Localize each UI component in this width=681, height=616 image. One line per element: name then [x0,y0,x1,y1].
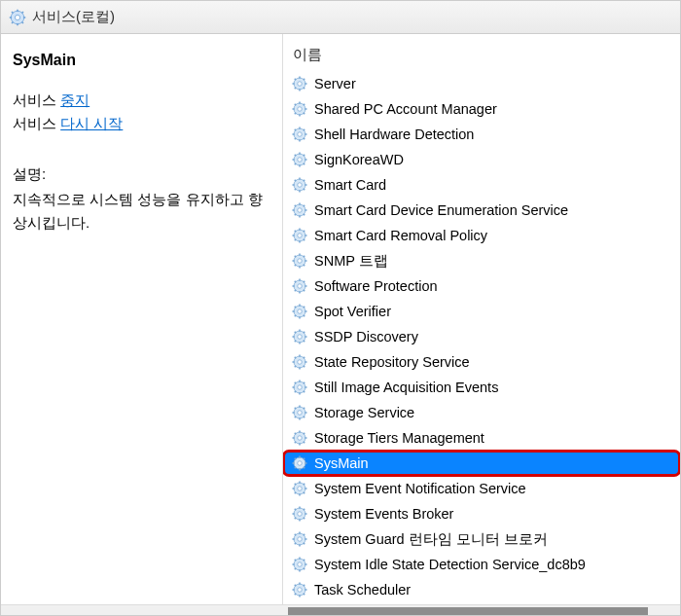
svg-line-69 [304,205,305,207]
svg-line-79 [304,231,305,233]
stop-line: 서비스 중지 [13,89,270,112]
svg-line-197 [304,543,305,545]
service-row[interactable]: Smart Card [283,172,680,198]
svg-line-76 [295,231,297,233]
svg-line-99 [304,281,305,283]
service-label: Storage Tiers Management [314,430,484,446]
svg-point-211 [298,588,303,593]
service-row[interactable]: Smart Card Device Enumeration Service [283,198,680,223]
service-row[interactable]: SSDP Discovery [283,324,680,349]
action-prefix: 서비스 [13,91,60,108]
svg-point-51 [298,183,303,188]
svg-line-147 [304,417,305,418]
svg-line-57 [304,189,305,191]
column-header-name[interactable]: 이름 [283,34,680,71]
svg-line-207 [304,568,305,570]
service-label: Shell Hardware Detection [314,127,474,142]
svg-line-46 [295,155,297,157]
service-row[interactable]: Smart Card Removal Policy [283,223,680,248]
svg-line-17 [304,88,305,90]
svg-line-36 [295,129,297,131]
svg-point-81 [298,259,303,264]
svg-line-59 [304,180,305,182]
svg-line-77 [304,239,305,241]
svg-point-61 [298,208,303,213]
svg-line-26 [295,104,297,106]
svg-line-107 [304,315,305,317]
list-pane: 이름 ServerShared PC Account ManagerShell … [283,34,680,604]
scrollbar-thumb[interactable] [288,607,648,616]
service-row[interactable]: Software Protection [283,273,680,299]
svg-line-86 [295,256,297,258]
svg-line-158 [295,442,297,444]
svg-line-38 [295,138,297,140]
service-row[interactable]: Task Scheduler [283,577,680,602]
horizontal-scrollbar[interactable] [1,604,680,616]
service-row[interactable]: Still Image Acquisition Events [283,375,680,400]
gear-icon [291,404,308,421]
gear-icon [291,353,308,371]
service-row[interactable]: Server [283,71,680,96]
service-label: Task Scheduler [314,582,411,598]
service-row[interactable]: Storage Service [283,400,680,425]
svg-line-29 [304,104,305,106]
svg-line-196 [295,534,297,536]
svg-line-219 [304,585,305,587]
gear-icon [291,303,308,320]
service-row[interactable]: SNMP 트랩 [283,248,680,273]
service-row[interactable]: SysMain [283,451,680,476]
service-label: State Repository Service [314,354,470,370]
service-row[interactable]: SignKoreaWD [283,147,680,172]
svg-line-189 [304,509,305,511]
service-row[interactable]: System Guard 런타임 모니터 브로커 [283,526,680,552]
svg-point-1 [15,15,19,19]
service-label: SNMP 트랩 [314,252,388,271]
gear-icon [291,201,308,219]
service-list[interactable]: ServerShared PC Account ManagerShell Har… [283,71,680,604]
service-row[interactable]: Spot Verifier [283,299,680,324]
svg-line-159 [304,433,305,435]
svg-point-101 [298,309,303,314]
gear-icon [291,75,308,92]
svg-line-136 [295,382,297,384]
gear-icon [291,176,308,194]
stop-link[interactable]: 중지 [60,91,90,108]
svg-line-7 [22,21,24,23]
svg-line-47 [304,163,305,165]
svg-point-181 [298,512,303,517]
svg-line-216 [295,585,297,587]
service-row[interactable]: Storage Tiers Management [283,425,680,451]
service-label: SignKoreaWD [314,152,404,167]
svg-line-217 [304,594,305,596]
service-row[interactable]: System Idle State Detection Service_dc8b… [283,552,680,577]
svg-line-97 [304,290,305,292]
gear-icon [291,227,308,244]
svg-point-151 [298,436,303,441]
svg-line-28 [295,113,297,115]
service-row[interactable]: System Event Notification Service [283,476,680,501]
gear-icon [291,379,308,396]
service-row[interactable]: Shell Hardware Detection [283,122,680,147]
svg-point-41 [298,158,303,163]
description-text: 지속적으로 시스템 성능을 유지하고 향상시킵니다. [13,188,270,235]
gear-icon [291,505,308,523]
description-label: 설명: [13,163,270,186]
svg-line-98 [295,290,297,292]
svg-line-66 [295,205,297,207]
service-label: System Event Notification Service [314,481,526,496]
service-row[interactable]: Shared PC Account Manager [283,96,680,122]
service-label: Software Protection [314,278,438,294]
gear-icon [291,328,308,345]
svg-line-128 [295,366,297,368]
gear-icon [291,581,308,598]
title-bar: 서비스(로컬) [1,1,680,34]
svg-line-78 [295,239,297,241]
svg-line-68 [295,214,297,216]
service-label: SSDP Discovery [314,329,418,344]
restart-link[interactable]: 다시 시작 [60,115,123,131]
svg-line-176 [295,484,297,486]
svg-line-16 [295,79,297,81]
service-row[interactable]: State Repository Service [283,349,680,375]
svg-line-139 [304,382,305,384]
service-row[interactable]: System Events Broker [283,501,680,526]
